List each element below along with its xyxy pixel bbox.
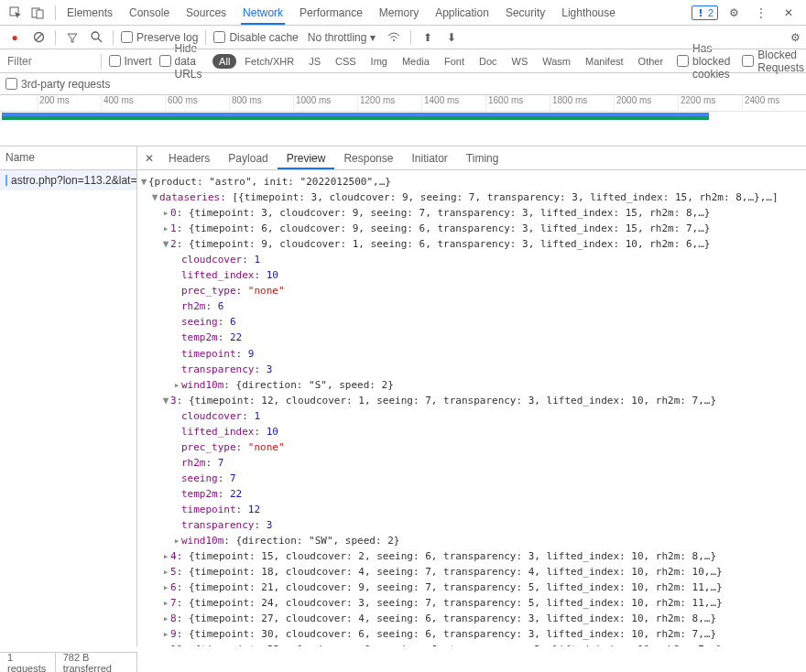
search-icon[interactable] xyxy=(87,28,105,47)
svg-line-6 xyxy=(36,34,42,40)
json-row[interactable]: ▸6: {timepoint: 21, cloudcover: 9, seein… xyxy=(139,580,804,595)
devtools-topbar: ElementsConsoleSourcesNetworkPerformance… xyxy=(0,0,806,26)
preview-pane[interactable]: ▼{product: "astro", init: "2022012500",…… xyxy=(137,170,806,646)
filter-media[interactable]: Media xyxy=(396,54,436,69)
json-row[interactable]: cloudcover: 1 xyxy=(139,408,804,424)
filter-font[interactable]: Font xyxy=(438,54,471,69)
detail-tab-headers[interactable]: Headers xyxy=(159,147,219,169)
filter-doc[interactable]: Doc xyxy=(473,54,504,69)
tab-security[interactable]: Security xyxy=(504,1,547,25)
json-row[interactable]: ▸4: {timepoint: 15, cloudcover: 2, seein… xyxy=(139,548,804,564)
json-row[interactable]: ▸wind10m: {direction: "S", speed: 2} xyxy=(139,377,804,393)
upload-icon[interactable]: ⬆ xyxy=(419,28,437,47)
json-row[interactable]: seeing: 7 xyxy=(139,471,804,486)
detail-tab-initiator[interactable]: Initiator xyxy=(402,147,456,169)
detail-tab-timing[interactable]: Timing xyxy=(457,147,508,169)
json-row[interactable]: ▼2: {timepoint: 9, cloudcover: 1, seeing… xyxy=(139,236,804,252)
json-row[interactable]: ▸9: {timepoint: 30, cloudcover: 6, seein… xyxy=(139,626,804,642)
json-row[interactable]: ▸5: {timepoint: 18, cloudcover: 4, seein… xyxy=(139,564,804,580)
filter-css[interactable]: CSS xyxy=(329,54,363,69)
filter-bar: Invert Hide data URLs AllFetch/XHRJSCSSI… xyxy=(0,49,806,73)
json-row[interactable]: temp2m: 22 xyxy=(139,486,804,502)
filter-js[interactable]: JS xyxy=(302,54,327,69)
document-icon xyxy=(5,175,7,186)
filter-manifest[interactable]: Manifest xyxy=(579,54,630,69)
json-row[interactable]: timepoint: 12 xyxy=(139,502,804,517)
json-row[interactable]: lifted_index: 10 xyxy=(139,424,804,439)
close-icon[interactable]: ✕ xyxy=(779,3,799,23)
filter-input[interactable] xyxy=(2,53,93,70)
json-row[interactable]: ▸10: {timepoint: 33, cloudcover: 9, seei… xyxy=(139,642,804,646)
filter-ws[interactable]: WS xyxy=(506,54,535,69)
json-row[interactable]: temp2m: 22 xyxy=(139,330,804,345)
network-toolbar: ● Preserve log Disable cache No throttli… xyxy=(0,26,806,49)
filter-all[interactable]: All xyxy=(212,54,236,69)
tab-network[interactable]: Network xyxy=(241,1,285,25)
json-row[interactable]: ▸1: {timepoint: 6, cloudcover: 9, seeing… xyxy=(139,221,804,236)
transferred-size: 782 B transferred xyxy=(56,653,137,672)
filter-img[interactable]: Img xyxy=(365,54,394,69)
more-icon[interactable]: ⋮ xyxy=(751,3,771,23)
filter-other[interactable]: Other xyxy=(632,54,670,69)
status-bar: 1 requests 782 B transferred xyxy=(0,652,137,672)
wifi-icon[interactable] xyxy=(385,28,403,47)
download-icon[interactable]: ⬇ xyxy=(442,28,461,47)
json-row[interactable]: ▸7: {timepoint: 24, cloudcover: 3, seein… xyxy=(139,595,804,611)
tab-elements[interactable]: Elements xyxy=(65,1,114,25)
detail-tab-preview[interactable]: Preview xyxy=(278,147,335,169)
detail-tab-payload[interactable]: Payload xyxy=(219,147,277,169)
json-row[interactable]: ▸wind10m: {direction: "SW", speed: 2} xyxy=(139,533,804,548)
tab-sources[interactable]: Sources xyxy=(184,1,228,25)
filter-wasm[interactable]: Wasm xyxy=(536,54,577,69)
json-row[interactable]: ▼dataseries: [{timepoint: 3, cloudcover:… xyxy=(139,190,804,205)
json-row[interactable]: timepoint: 9 xyxy=(139,346,804,362)
throttling-select[interactable]: No throttling ▾ xyxy=(304,29,380,46)
tab-performance[interactable]: Performance xyxy=(298,1,365,25)
json-row[interactable]: rh2m: 6 xyxy=(139,298,804,314)
panel-tabs: ElementsConsoleSourcesNetworkPerformance… xyxy=(65,1,617,25)
disable-cache-checkbox[interactable]: Disable cache xyxy=(213,31,298,44)
request-name: astro.php?lon=113.2&lat=23… xyxy=(11,174,136,187)
filter-toggle-icon[interactable] xyxy=(63,28,82,47)
chevron-down-icon: ▾ xyxy=(370,31,376,44)
json-row[interactable]: transparency: 3 xyxy=(139,362,804,377)
svg-rect-4 xyxy=(700,15,702,16)
json-row[interactable]: ▼3: {timepoint: 12, cloudcover: 1, seein… xyxy=(139,393,804,408)
json-row[interactable]: prec_type: "none" xyxy=(139,439,804,455)
settings-icon[interactable]: ⚙ xyxy=(724,3,744,23)
detail-tab-response[interactable]: Response xyxy=(334,147,402,169)
json-row[interactable]: ▼{product: "astro", init: "2022012500",…… xyxy=(139,174,804,190)
json-row[interactable]: prec_type: "none" xyxy=(139,283,804,298)
tab-console[interactable]: Console xyxy=(127,1,171,25)
request-list: Name astro.php?lon=113.2&lat=23… 1 reque… xyxy=(0,146,137,646)
json-row[interactable]: cloudcover: 1 xyxy=(139,252,804,267)
timeline-overview[interactable] xyxy=(0,112,806,121)
svg-point-9 xyxy=(393,39,395,41)
name-column-header[interactable]: Name xyxy=(0,146,136,170)
filter-fetchxhr[interactable]: Fetch/XHR xyxy=(238,54,300,69)
timeline-ruler[interactable]: 200 ms400 ms600 ms800 ms1000 ms1200 ms14… xyxy=(0,95,806,112)
inspect-icon[interactable] xyxy=(5,3,26,23)
device-toggle-icon[interactable] xyxy=(27,3,48,23)
blocked-requests-checkbox[interactable]: Blocked Requests xyxy=(742,49,804,74)
request-row[interactable]: astro.php?lon=113.2&lat=23… xyxy=(0,170,136,190)
network-settings-icon[interactable]: ⚙ xyxy=(790,31,801,44)
third-party-checkbox[interactable]: 3rd-party requests xyxy=(5,78,110,91)
json-row[interactable]: ▸0: {timepoint: 3, cloudcover: 9, seeing… xyxy=(139,205,804,221)
request-detail: ✕ HeadersPayloadPreviewResponseInitiator… xyxy=(137,146,806,646)
json-row[interactable]: lifted_index: 10 xyxy=(139,267,804,283)
json-row[interactable]: seeing: 6 xyxy=(139,314,804,330)
record-icon[interactable]: ● xyxy=(5,28,24,47)
json-row[interactable]: transparency: 3 xyxy=(139,517,804,533)
close-detail-icon[interactable]: ✕ xyxy=(139,152,159,165)
tab-application[interactable]: Application xyxy=(433,1,491,25)
json-row[interactable]: ▸8: {timepoint: 27, cloudcover: 4, seein… xyxy=(139,611,804,626)
tab-lighthouse[interactable]: Lighthouse xyxy=(560,1,617,25)
invert-checkbox[interactable]: Invert xyxy=(109,55,152,68)
json-row[interactable]: rh2m: 7 xyxy=(139,455,804,471)
svg-rect-2 xyxy=(37,10,43,18)
errors-badge[interactable]: 2 xyxy=(692,5,718,20)
preserve-log-checkbox[interactable]: Preserve log xyxy=(121,31,198,44)
clear-icon[interactable] xyxy=(29,28,48,47)
tab-memory[interactable]: Memory xyxy=(377,1,420,25)
